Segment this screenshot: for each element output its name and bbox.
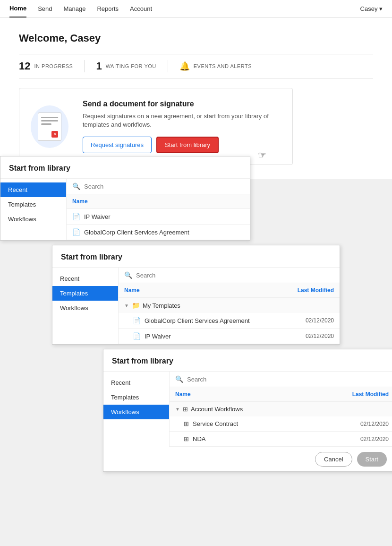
workflow-folder-icon: ⊞ (183, 406, 188, 413)
panel2-row2-name: IP Waiver (145, 333, 297, 340)
panel3-search-icon: 🔍 (175, 375, 183, 383)
panel3-row-1[interactable]: ⊞ Service Contract 02/12/2020 (170, 416, 392, 432)
panel1-nav-recent[interactable]: Recent (0, 182, 66, 197)
nav-home[interactable]: Home (9, 0, 26, 17)
panel2-modified-col: Last Modified (291, 287, 334, 294)
library-panel-templates: Start from library Recent Templates Work… (52, 245, 340, 345)
nav-manage[interactable]: Manage (64, 0, 86, 17)
panel2-body: Recent Templates Workflows 🔍 Name Last M… (52, 268, 340, 344)
stat-events[interactable]: 🔔 EVENTS AND ALERTS (168, 61, 263, 71)
in-progress-count: 12 (19, 60, 30, 72)
panel1-main: 🔍 Name 📄 IP Waiver 📄 GlobalCorp Client S… (67, 179, 250, 240)
file-icon-2: 📄 (72, 228, 80, 236)
panel1-row2-name: GlobalCorp Client Services Agreement (84, 229, 244, 236)
panel2-main: 🔍 Name Last Modified ▼ 📁 My Templates 📄 … (119, 268, 340, 344)
nav-account[interactable]: Account (130, 0, 152, 17)
panel1-nav-templates[interactable]: Templates (0, 197, 66, 212)
stat-waiting[interactable]: 1 WAITING FOR YOU (85, 60, 168, 72)
waiting-count: 1 (96, 60, 102, 72)
panel2-row-1[interactable]: 📄 GlobalCorp Client Services Agreement 0… (119, 313, 340, 329)
panel3-main: 🔍 Name Last Modified ▼ ⊞ Account Workflo… (170, 372, 392, 447)
panel3-sidebar: Recent Templates Workflows (103, 372, 170, 447)
document-icon: ✕ (38, 113, 61, 141)
panel3-folder-name: Account Workflows (191, 406, 243, 413)
panel3-nav-templates[interactable]: Templates (103, 390, 169, 405)
panel3-folder-row[interactable]: ▼ ⊞ Account Workflows (170, 402, 392, 416)
start-button[interactable]: Start (357, 452, 387, 467)
panel3-search-input[interactable] (187, 376, 389, 383)
file-icon-p2-2: 📄 (133, 332, 141, 340)
panel2-row1-name: GlobalCorp Client Services Agreement (145, 317, 297, 324)
nav-reports[interactable]: Reports (97, 0, 119, 17)
user-menu[interactable]: Casey ▾ (360, 5, 383, 12)
panel1-row-1[interactable]: 📄 IP Waiver (67, 209, 250, 225)
panel3-row1-name: Service Contract (193, 420, 352, 427)
card-actions: Request signatures Start from library (83, 137, 281, 153)
panel1-row1-name: IP Waiver (84, 213, 244, 220)
panel1-table-header: Name (67, 194, 250, 209)
library-panel-workflows: Start from library Recent Templates Work… (103, 349, 392, 472)
panel3-title: Start from library (103, 349, 392, 372)
send-card-heading: Send a document for signature (83, 100, 281, 108)
main-content: Welcome, Casey 12 IN PROGRESS 1 WAITING … (0, 18, 392, 179)
panel1-nav-workflows[interactable]: Workflows (0, 212, 66, 226)
panel2-search-bar: 🔍 (119, 268, 340, 283)
panel1-search-input[interactable] (84, 183, 244, 190)
panel2-search-icon: 🔍 (124, 271, 132, 279)
panel1-body: Recent Templates Workflows 🔍 Name 📄 IP W… (0, 179, 250, 240)
doc-line-1 (41, 117, 58, 118)
library-panel-recent: Start from library Recent Templates Work… (0, 156, 250, 241)
doc-badge: ✕ (51, 131, 58, 138)
panel3-search-bar: 🔍 (170, 372, 392, 387)
bell-icon: 🔔 (179, 61, 190, 71)
cancel-button[interactable]: Cancel (315, 452, 352, 467)
panel3-row2-name: NDA (193, 435, 352, 442)
panel2-folder-row[interactable]: ▼ 📁 My Templates (119, 298, 340, 313)
panel3-row1-date: 02/12/2020 (356, 421, 389, 427)
panel2-sidebar: Recent Templates Workflows (52, 268, 119, 344)
panel1-search-icon: 🔍 (72, 182, 80, 190)
panel3-modified-col: Last Modified (346, 391, 389, 398)
send-card-description: Request signatures on a new agreement, o… (83, 112, 281, 129)
welcome-title: Welcome, Casey (19, 32, 373, 44)
panel1-search-bar: 🔍 (67, 179, 250, 194)
panel3-chevron-icon: ▼ (175, 407, 180, 412)
panel2-row2-date: 02/12/2020 (301, 333, 334, 339)
stat-in-progress[interactable]: 12 IN PROGRESS (19, 60, 85, 72)
doc-line-3 (41, 123, 51, 125)
panel2-table-header: Name Last Modified (119, 283, 340, 298)
panel3-row2-date: 02/12/2020 (356, 436, 389, 442)
workflow-icon-2: ⊞ (184, 435, 189, 442)
panel2-nav-templates[interactable]: Templates (52, 286, 118, 301)
panel3-table-header: Name Last Modified (170, 387, 392, 402)
panel2-nav-recent[interactable]: Recent (52, 271, 118, 286)
panel1-row-2[interactable]: 📄 GlobalCorp Client Services Agreement (67, 225, 250, 240)
panel3-footer: Cancel Start (103, 447, 392, 471)
panel3-body: Recent Templates Workflows 🔍 Name Last M… (103, 372, 392, 447)
doc-line-2 (41, 120, 58, 121)
panel2-search-input[interactable] (136, 272, 334, 279)
folder-icon: 📁 (132, 302, 140, 309)
panel1-title: Start from library (0, 156, 250, 179)
panel3-nav-workflows[interactable]: Workflows (103, 405, 169, 419)
file-icon-p2-1: 📄 (133, 317, 141, 324)
top-navigation: Home Send Manage Reports Account Casey ▾ (0, 0, 392, 18)
document-illustration: ✕ (31, 105, 68, 148)
panel3-nav-recent[interactable]: Recent (103, 375, 169, 390)
panel2-name-col: Name (124, 287, 291, 294)
start-from-library-button[interactable]: Start from library (156, 137, 219, 153)
nav-items: Home Send Manage Reports Account (9, 0, 360, 17)
in-progress-label: IN PROGRESS (34, 63, 73, 69)
nav-send[interactable]: Send (38, 0, 52, 17)
send-card-content: Send a document for signature Request si… (83, 100, 281, 153)
workflow-icon-1: ⊞ (184, 420, 189, 427)
panel2-row1-date: 02/12/2020 (301, 317, 334, 324)
chevron-down-icon: ▼ (124, 303, 129, 308)
request-signatures-button[interactable]: Request signatures (83, 137, 152, 153)
panel3-row-2[interactable]: ⊞ NDA 02/12/2020 (170, 432, 392, 447)
panel2-folder-name: My Templates (143, 302, 180, 309)
file-icon-1: 📄 (72, 213, 80, 220)
panel2-nav-workflows[interactable]: Workflows (52, 301, 118, 315)
panel2-row-2[interactable]: 📄 IP Waiver 02/12/2020 (119, 329, 340, 344)
waiting-label: WAITING FOR YOU (106, 63, 156, 69)
